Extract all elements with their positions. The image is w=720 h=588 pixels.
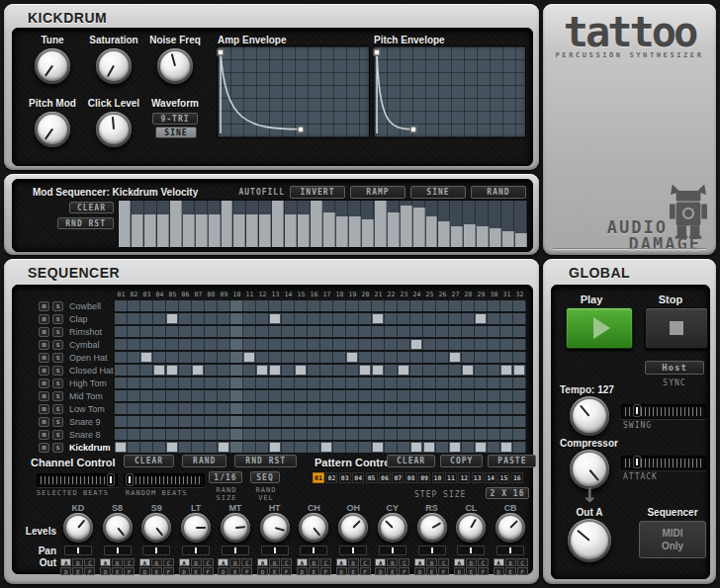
mod-bar-15[interactable] [298,214,310,247]
step-cell-27[interactable] [449,378,462,388]
step-cell-16[interactable] [308,326,320,337]
out-button-a[interactable]: A [100,558,111,566]
mute-button-low-tom[interactable]: m [39,404,49,414]
mod-bar-23[interactable] [401,206,412,247]
step-cell-12[interactable] [256,429,269,440]
step-cell-24[interactable] [410,326,423,337]
step-cell-16[interactable] [308,365,320,376]
tempo-knob[interactable] [570,396,609,436]
step-cell-3[interactable] [140,365,153,376]
step-cell-7[interactable] [192,390,205,401]
step-cell-7[interactable] [192,339,205,350]
step-cell-30[interactable] [488,300,500,311]
out-button-e[interactable]: E [466,567,477,575]
out-button-e[interactable]: E [112,567,123,575]
out-button-f[interactable]: F [320,567,331,575]
out-button-f[interactable]: F [360,567,371,575]
step-cell-7[interactable] [192,416,205,427]
step-cell-27[interactable] [449,339,462,350]
step-cell-31[interactable] [500,390,513,401]
step-cell-3[interactable] [140,416,153,427]
mod-bar-24[interactable] [413,208,425,247]
step-cell-25[interactable] [423,313,436,324]
step-cell-19[interactable] [346,300,359,311]
step-cell-4[interactable] [153,313,166,324]
modseq-sine-button[interactable]: SINE [410,186,466,199]
step-cell-5[interactable] [166,365,179,376]
step-cell-25[interactable] [423,352,436,363]
pattern-10[interactable]: 10 [432,472,444,483]
step-cell-26[interactable] [436,352,449,363]
step-cell-13[interactable] [269,403,282,414]
mod-bar-2[interactable] [132,214,143,247]
out-button-f[interactable]: F [517,567,528,575]
step-cell-24[interactable] [410,416,423,427]
step-cell-8[interactable] [205,339,218,350]
level-knob-cb[interactable] [495,513,525,543]
step-cell-9[interactable] [218,416,230,427]
step-cell-11[interactable] [243,378,256,388]
step-cell-10[interactable] [230,378,243,388]
step-cell-5[interactable] [166,378,179,388]
step-cell-24[interactable] [410,442,423,453]
envelope-handle-2[interactable] [298,126,305,132]
pattern-02[interactable]: 02 [325,472,337,483]
step-cell-9[interactable] [218,300,230,311]
mod-bar-6[interactable] [183,214,195,247]
out-button-d[interactable]: D [139,567,150,575]
step-cell-23[interactable] [398,378,410,388]
mod-bar-4[interactable] [157,214,169,247]
step-cell-4[interactable] [153,416,166,427]
step-cell-29[interactable] [475,300,488,311]
mod-bar-30[interactable] [490,228,501,247]
pattern-09[interactable]: 09 [418,472,430,483]
step-cell-19[interactable] [346,403,359,414]
step-cell-26[interactable] [436,365,449,376]
step-cell-6[interactable] [179,300,192,311]
step-cell-23[interactable] [398,416,410,427]
channel-clear-button[interactable]: CLEAR [124,455,174,467]
step-cell-3[interactable] [140,390,153,401]
step-cell-29[interactable] [475,365,488,376]
step-cell-18[interactable] [333,442,346,453]
step-cell-26[interactable] [436,442,449,453]
step-cell-22[interactable] [385,429,398,440]
out-button-d[interactable]: D [414,567,425,575]
step-cell-7[interactable] [192,378,205,388]
step-cell-14[interactable] [282,326,295,337]
step-cell-21[interactable] [372,313,385,324]
step-cell-15[interactable] [295,390,308,401]
step-cell-1[interactable] [115,326,128,337]
step-cell-24[interactable] [410,403,423,414]
out-button-c[interactable]: C [360,558,371,566]
out-button-a[interactable]: A [494,558,504,566]
out-button-f[interactable]: F [124,567,135,575]
step-cell-23[interactable] [398,442,410,453]
step-cell-14[interactable] [282,429,295,440]
step-cell-26[interactable] [436,300,449,311]
mod-bar-19[interactable] [349,216,361,247]
step-cell-21[interactable] [372,416,385,427]
step-cell-31[interactable] [500,313,513,324]
pan-slider-mt[interactable] [222,546,249,555]
step-cell-13[interactable] [269,365,282,376]
step-cell-10[interactable] [230,416,243,427]
out-button-b[interactable]: B [387,558,398,566]
mod-bar-32[interactable] [515,233,527,247]
step-cell-27[interactable] [449,326,462,337]
pitch-mod-knob[interactable] [35,112,70,147]
step-cell-5[interactable] [166,326,179,337]
step-cell-1[interactable] [115,429,128,440]
out-button-d[interactable]: D [257,567,268,575]
pan-slider-ch[interactable] [300,546,327,555]
step-cell-30[interactable] [488,313,500,324]
step-cell-9[interactable] [218,352,230,363]
step-cell-25[interactable] [423,429,436,440]
step-cell-4[interactable] [153,390,166,401]
step-cell-11[interactable] [243,442,256,453]
out-button-f[interactable]: F [163,567,174,575]
step-cell-17[interactable] [320,352,333,363]
step-cell-19[interactable] [346,339,359,350]
step-cell-24[interactable] [410,313,423,324]
step-cell-13[interactable] [269,390,282,401]
